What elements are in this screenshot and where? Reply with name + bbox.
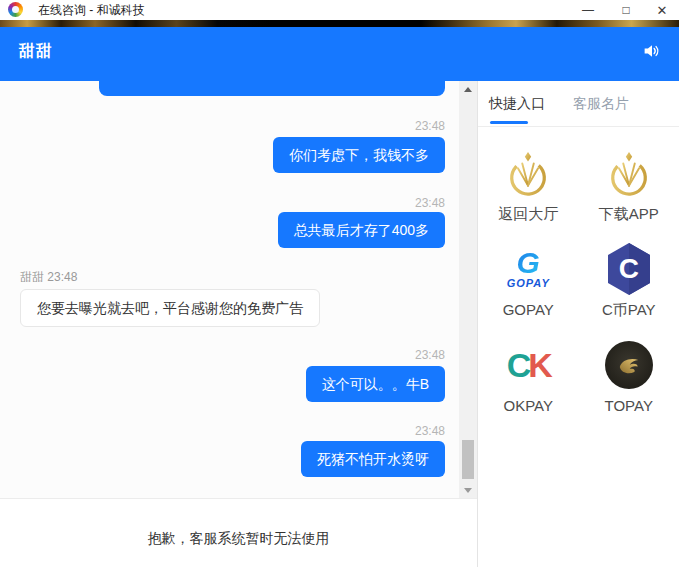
sidebar: 快捷入口 客服名片: [478, 81, 679, 567]
gold-wheat-emblem-icon: [505, 147, 551, 199]
shortcut-topay[interactable]: TOPAY: [579, 339, 679, 435]
shortcut-label: TOPAY: [605, 398, 653, 414]
agent-name: 甜甜: [19, 41, 53, 62]
system-unavailable-notice: 抱歉，客服系统暂时无法使用: [148, 530, 330, 548]
shortcut-cpay[interactable]: C C币PAY: [579, 243, 679, 339]
topay-swirl-icon: [605, 339, 653, 391]
message-list: ... 23:48 你们考虑下，我钱不多 23:48 总共最后才存了400多 甜…: [0, 81, 477, 498]
close-button[interactable]: ✕: [645, 0, 679, 20]
chat-message-outgoing-partial: ...: [99, 81, 445, 96]
message-timestamp: 23:48: [415, 196, 445, 210]
gopay-brand-text: GOPAY: [507, 277, 550, 289]
chat-header: 甜甜: [0, 27, 679, 81]
message-timestamp: 23:48: [415, 424, 445, 438]
browser-logo-icon: [8, 2, 23, 17]
titlebar: 在线咨询 - 和诚科技 — □ ✕: [0, 0, 679, 20]
main-area: ... 23:48 你们考虑下，我钱不多 23:48 总共最后才存了400多 甜…: [0, 81, 679, 567]
chat-footer: 抱歉，客服系统暂时无法使用: [0, 498, 477, 567]
maximize-button[interactable]: □: [607, 0, 645, 20]
shortcut-download-app[interactable]: 下载APP: [579, 147, 679, 243]
shortcut-label: C币PAY: [602, 302, 656, 318]
tab-quick-entry[interactable]: 快捷入口: [489, 81, 545, 126]
shortcut-okpay[interactable]: CK OKPAY: [478, 339, 579, 435]
app-window: 在线咨询 - 和诚科技 — □ ✕ 甜甜 ... 23:48 你们考虑下，我钱不…: [0, 0, 679, 567]
cpay-hexagon-icon: C: [604, 243, 654, 295]
sidebar-tabs: 快捷入口 客服名片: [478, 81, 679, 127]
scrollbar-thumb[interactable]: [462, 440, 474, 479]
chat-message-outgoing: 总共最后才存了400多: [278, 212, 445, 248]
background-page-strip: [0, 20, 679, 27]
shortcut-label: 返回大厅: [498, 206, 558, 222]
gold-wheat-emblem-icon: [606, 147, 652, 199]
shortcut-label: GOPAY: [503, 302, 554, 318]
shortcut-grid: 返回大厅: [478, 127, 679, 435]
chat-message-outgoing: 死猪不怕开水烫呀: [301, 441, 445, 477]
speaker-icon[interactable]: [642, 42, 662, 60]
chat-message-outgoing: 你们考虑下，我钱不多: [273, 137, 445, 173]
shortcut-return-lobby[interactable]: 返回大厅: [478, 147, 579, 243]
window-title: 在线咨询 - 和诚科技: [38, 2, 145, 19]
sender-label: 甜甜 23:48: [20, 270, 77, 284]
gopay-g-icon: G GOPAY: [507, 243, 550, 295]
scroll-up-arrow-icon[interactable]: [459, 81, 477, 97]
shortcut-label: OKPAY: [504, 398, 553, 414]
chat-message-incoming: 您要去曝光就去吧，平台感谢您的免费广告: [20, 289, 320, 327]
message-timestamp: 23:48: [415, 348, 445, 362]
okpay-ck-icon: CK: [507, 339, 550, 391]
window-controls: — □ ✕: [569, 0, 679, 20]
scroll-down-arrow-icon[interactable]: [459, 482, 477, 498]
minimize-button[interactable]: —: [569, 0, 607, 20]
cpay-monogram: C: [619, 253, 639, 285]
message-timestamp: 23:48: [415, 119, 445, 133]
tab-agent-card[interactable]: 客服名片: [573, 81, 629, 126]
shortcut-label: 下载APP: [599, 206, 659, 222]
shortcut-gopay[interactable]: G GOPAY GOPAY: [478, 243, 579, 339]
chat-message-outgoing: 这个可以。。牛B: [306, 366, 445, 402]
chat-scrollbar[interactable]: [459, 81, 477, 498]
chat-column: ... 23:48 你们考虑下，我钱不多 23:48 总共最后才存了400多 甜…: [0, 81, 478, 567]
